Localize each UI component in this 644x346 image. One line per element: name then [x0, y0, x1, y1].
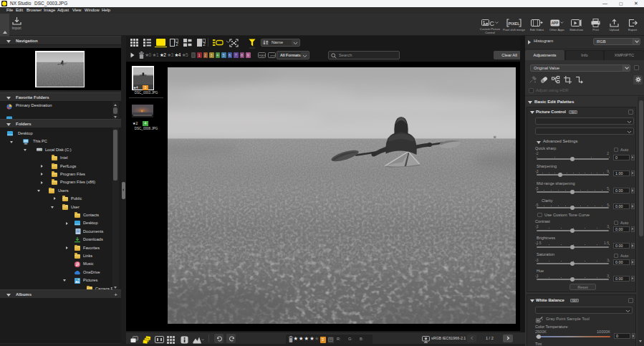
svg-text:CM: CM	[329, 338, 332, 341]
svg-text:JPG: JPG	[269, 54, 275, 57]
svg-text:PIXEL: PIXEL	[509, 21, 521, 26]
svg-text:2: 2	[176, 42, 178, 47]
svg-text:2: 2	[203, 42, 206, 47]
svg-text:APP: APP	[551, 21, 557, 25]
svg-text:RAW: RAW	[259, 54, 266, 57]
svg-text:C: C	[490, 20, 495, 27]
